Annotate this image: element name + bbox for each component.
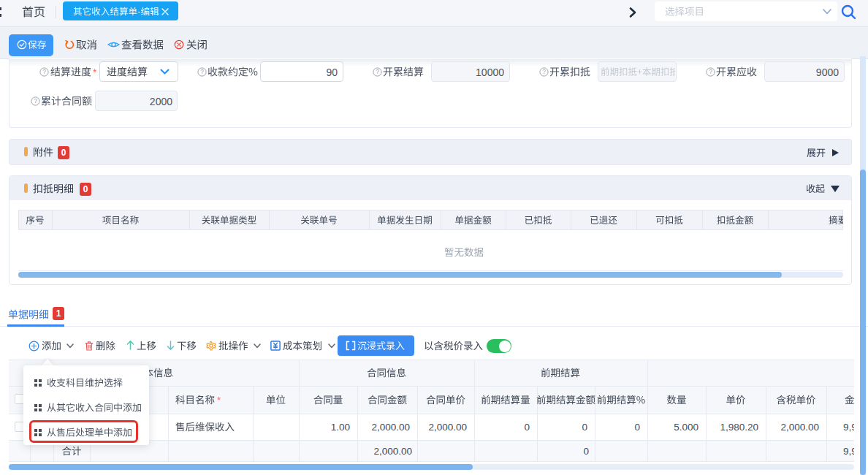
svg-text:?: ? <box>542 68 546 75</box>
svg-text:?: ? <box>376 68 379 75</box>
svg-text:?: ? <box>709 68 712 75</box>
svg-text:?: ? <box>42 68 46 75</box>
svg-text:?: ? <box>200 68 204 75</box>
svg-text:?: ? <box>34 97 37 104</box>
